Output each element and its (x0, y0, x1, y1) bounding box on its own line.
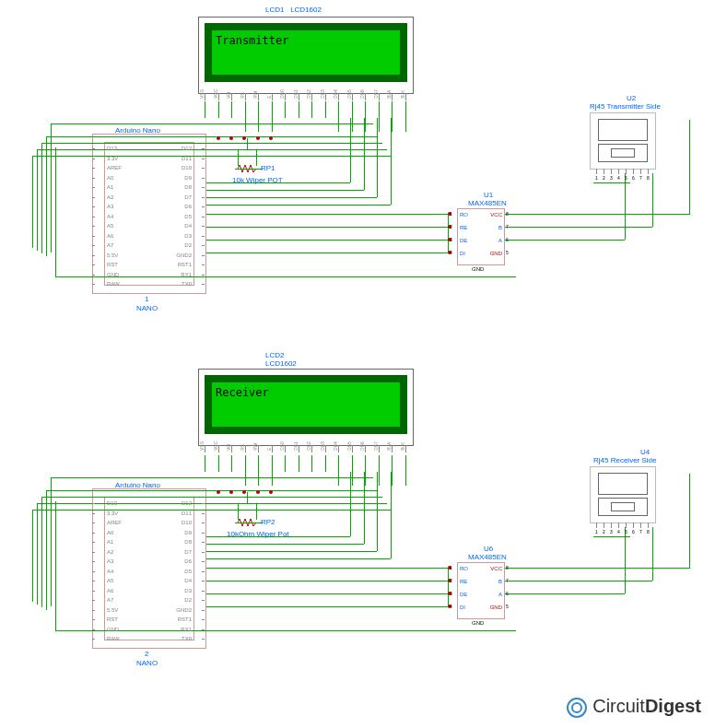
u1-part: MAX485EN (468, 199, 507, 207)
u2-ref: U2 (627, 94, 636, 102)
u4-ref: U4 (640, 448, 650, 456)
nano1-ref: 1 (145, 295, 148, 303)
u6-ref: U6 (484, 545, 493, 553)
u2-label: Rj45 Transmitter Side (590, 102, 661, 111)
lcd1-ref: LCD1 LCD1602 (265, 6, 322, 14)
nano1-label: NANO (136, 304, 158, 312)
rj45-u4 (590, 466, 656, 523)
circuitdigest-logo: CircuitDigest (566, 696, 701, 719)
u6-gnd-label: GND (472, 620, 484, 626)
u1-gnd-label: GND (472, 266, 484, 272)
lcd1: Transmitter (198, 17, 414, 94)
lcd2-part: LCD1602 (265, 359, 297, 368)
svg-point-0 (568, 699, 586, 717)
nano2-ref: 2 (145, 650, 148, 658)
max-u1: RO RE DE DI VCC B A GND (457, 208, 505, 265)
lcd1-screen: Transmitter (205, 23, 407, 82)
u6-part: MAX485EN (468, 553, 507, 561)
lcd2-screen: Receiver (205, 375, 407, 434)
nano2-label: NANO (136, 659, 158, 667)
lcd2-ref: LCD2 (265, 351, 284, 359)
u4-label: Rj45 Receiver Side (593, 456, 656, 464)
rp2-ref: RP2 (261, 518, 275, 526)
lcd2: Receiver (198, 369, 414, 446)
svg-point-1 (572, 703, 581, 712)
rp1-ref: RP1 (261, 164, 275, 172)
u1-ref: U1 (484, 191, 493, 199)
rj45-u2 (590, 112, 656, 170)
max-u6: RO RE DE DI VCC B A GND (457, 562, 505, 619)
